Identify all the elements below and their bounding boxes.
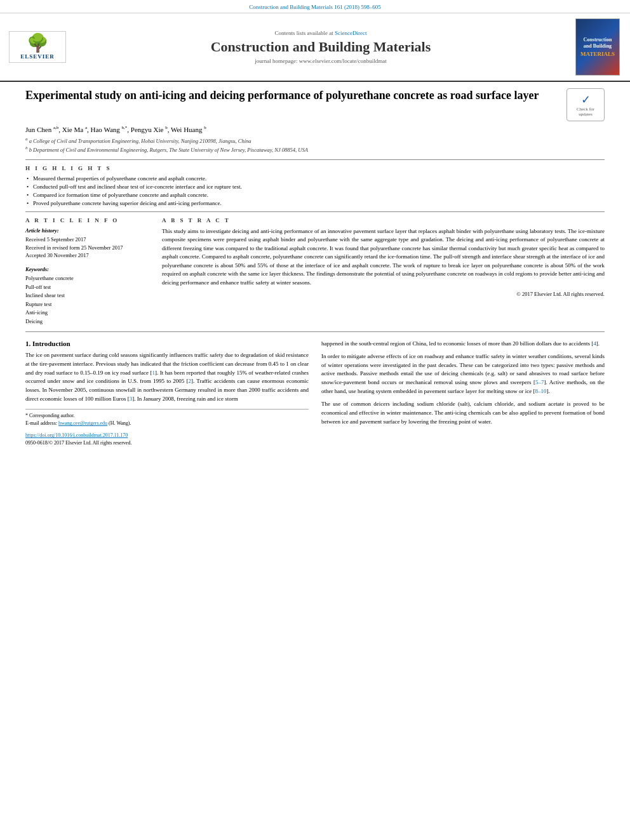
keyword: Pull-off test	[25, 283, 149, 292]
doi-link[interactable]: https://doi.org/10.1016/j.conbuildmat.20…	[25, 432, 128, 438]
intro-heading: 1. Introduction	[25, 340, 309, 347]
divider-1	[25, 159, 605, 160]
check-updates-badge: ✓ Check for updates	[566, 88, 605, 121]
sciencedirect-link[interactable]: ScienceDirect	[335, 30, 366, 36]
article-history: Article history: Received 5 September 20…	[25, 227, 149, 260]
journal-center: Contents lists available at ScienceDirec…	[66, 30, 575, 64]
elsevier-logo: 🌳 ELSEVIER	[9, 31, 66, 63]
body-col-left: 1. Introduction The ice on pavement surf…	[25, 340, 309, 448]
article-info-abstract: A R T I C L E I N F O Article history: R…	[25, 217, 605, 326]
highlight-item: Proved polyurethane concrete having supe…	[25, 200, 605, 206]
check-updates-label: Check for updates	[571, 107, 600, 117]
tree-icon: 🌳	[12, 34, 63, 52]
affiliation-b: b b Department of Civil and Environmenta…	[25, 145, 605, 154]
authors-line: Jun Chen a,b, Xie Ma a, Hao Wang b,*, Pe…	[25, 125, 605, 133]
check-updates-icon: ✓	[571, 93, 600, 107]
ref-8-10[interactable]: 8–10	[535, 388, 546, 394]
abstract-column: A B S T R A C T This study aims to inves…	[162, 217, 605, 326]
journal-title: Construction and Building Materials	[66, 39, 575, 55]
ref-4[interactable]: 4	[593, 340, 596, 347]
divider-2	[25, 211, 605, 212]
abstract-text: This study aims to investigate deicing a…	[162, 227, 605, 288]
highlights-section: H I G H L I G H T S Measured thermal pro…	[25, 165, 605, 206]
intro-para-4: The use of common deicers including sodi…	[321, 400, 605, 427]
article-info-title: A R T I C L E I N F O	[25, 217, 149, 223]
keyword: Deicing	[25, 317, 149, 326]
history-label: Article history:	[25, 227, 149, 234]
cover-subtitle: MATERIALS	[580, 51, 615, 57]
issn-text: 0950-0618/© 2017 Elsevier Ltd. All right…	[25, 439, 309, 447]
revised-date: Received in revised form 25 November 201…	[25, 244, 149, 252]
abstract-title: A B S T R A C T	[162, 217, 605, 223]
journal-homepage: journal homepage: www.elsevier.com/locat…	[66, 58, 575, 64]
abstract-paragraph: This study aims to investigate deicing a…	[162, 227, 605, 288]
journal-citation: Construction and Building Materials 161 …	[0, 0, 630, 13]
copyright: © 2017 Elsevier Ltd. All rights reserved…	[162, 291, 605, 297]
journal-header: 🌳 ELSEVIER Contents lists available at S…	[0, 13, 630, 82]
paper-title: Experimental study on anti-icing and dei…	[25, 88, 566, 103]
journal-cover-image: Constructionand Building MATERIALS	[575, 18, 621, 76]
ref-2[interactable]: 2	[188, 378, 191, 384]
keywords-list: Polyurethane concrete Pull-off test Incl…	[25, 274, 149, 326]
keyword: Rupture test	[25, 300, 149, 309]
intro-para-3: In order to mitigate adverse effects of …	[321, 352, 605, 397]
highlight-item: Measured thermal properties of polyureth…	[25, 175, 605, 182]
keyword: Anti-icing	[25, 309, 149, 317]
highlights-list: Measured thermal properties of polyureth…	[25, 175, 605, 206]
elsevier-label: ELSEVIER	[12, 53, 63, 60]
citation-text: Construction and Building Materials 161 …	[249, 4, 380, 10]
sciencedirect-line: Contents lists available at ScienceDirec…	[66, 30, 575, 36]
highlights-title: H I G H L I G H T S	[25, 165, 605, 171]
divider-3	[25, 331, 605, 332]
email-link[interactable]: hwang.cee@rutgers.edu	[58, 420, 107, 426]
keyword: Polyurethane concrete	[25, 274, 149, 283]
received-date: Received 5 September 2017	[25, 236, 149, 244]
body-section: 1. Introduction The ice on pavement surf…	[25, 340, 605, 448]
highlight-item: Compared ice formation time of polyureth…	[25, 192, 605, 198]
ref-1[interactable]: 1	[152, 370, 155, 376]
affiliation-a: a a College of Civil and Transportation …	[25, 136, 605, 145]
intro-para-2: happened in the south-central region of …	[321, 340, 605, 349]
body-columns: 1. Introduction The ice on pavement surf…	[25, 340, 605, 448]
keywords-label: Keywords:	[25, 266, 149, 272]
main-content: Experimental study on anti-icing and dei…	[0, 82, 630, 453]
footnote-area: * Corresponding author. E-mail address: …	[25, 409, 309, 447]
affiliations: a a College of Civil and Transportation …	[25, 136, 605, 154]
corresponding-author-note: * Corresponding author.	[25, 412, 309, 420]
accepted-date: Accepted 30 November 2017	[25, 251, 149, 260]
ref-3[interactable]: 3	[130, 396, 133, 402]
cover-title: Constructionand Building	[584, 37, 612, 49]
email-note: E-mail address: hwang.cee@rutgers.edu (H…	[25, 420, 309, 427]
intro-para-1: The ice on pavement surface during cold …	[25, 351, 309, 404]
article-info-column: A R T I C L E I N F O Article history: R…	[25, 217, 149, 326]
body-col-right: happened in the south-central region of …	[321, 340, 605, 448]
highlight-item: Conducted pull-off test and inclined she…	[25, 183, 605, 190]
keyword: Inclined shear test	[25, 291, 149, 300]
keywords-section: Keywords: Polyurethane concrete Pull-off…	[25, 266, 149, 326]
ref-5-7[interactable]: 5–7	[535, 379, 544, 385]
